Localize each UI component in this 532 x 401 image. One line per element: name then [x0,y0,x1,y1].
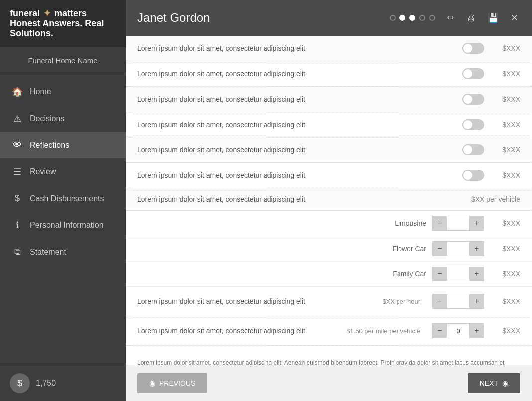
per-unit-stepper-0: − + [432,294,484,309]
close-button[interactable]: ✕ [509,10,520,25]
per-unit-row-0: Lorem ipsum dolor sit amet, consectetur … [126,287,532,316]
per-unit-decrement-1[interactable]: − [432,323,447,338]
vehicle-section: Limousine − + $XXX Flower Car − + $XXX F… [126,211,532,287]
toggle-3[interactable] [462,119,484,130]
decisions-icon: ⚠ [12,113,23,124]
header-actions: ✏ 🖨 💾 ✕ [445,10,520,25]
vehicle-stepper-0: − + [432,216,484,231]
vehicle-increment-1[interactable]: + [469,241,484,256]
vehicle-row-1: Flower Car − + $XXX [126,236,532,262]
vehicle-price-1: $XXX [490,245,520,253]
edit-button[interactable]: ✏ [445,10,457,25]
toggle-2[interactable] [462,94,484,105]
item-price-1: $XXX [490,70,520,78]
content-area: Lorem ipsum dolor sit amet, consectetur … [126,36,532,365]
footer-icon: $ [10,373,30,393]
item-price-3: $XXX [490,121,520,129]
sidebar-item-statement[interactable]: ⧉ Statement [0,239,126,265]
home-icon: 🏠 [12,86,23,97]
vehicle-price-0: $XXX [490,219,520,227]
vehicle-increment-2[interactable]: + [469,267,484,281]
sidebar-item-review[interactable]: ☰ Review [0,158,126,185]
statement-icon: ⧉ [12,247,23,257]
vehicle-label-1: Flower Car [382,245,426,253]
next-button[interactable]: NEXT ◉ [468,373,520,393]
vehicle-decrement-0[interactable]: − [432,216,447,231]
vehicle-quantity-1[interactable] [447,241,469,256]
item-label-4: Lorem ipsum dolor sit amet, consectetur … [137,146,456,154]
review-icon: ☰ [12,166,23,177]
item-label-5: Lorem ipsum dolor sit amet, consectetur … [137,171,456,179]
brand-name: funeral ✦ matters [10,9,116,19]
toggle-rows-section: Lorem ipsum dolor sit amet, consectetur … [126,36,532,211]
per-unit-decrement-0[interactable]: − [432,294,447,309]
vehicle-label-0: Limousine [382,219,426,227]
prev-icon: ◉ [149,379,155,387]
progress-dots [390,15,435,21]
sidebar-item-reflections[interactable]: 👁 Reflections [0,132,126,158]
vehicle-stepper-2: − + [432,267,484,281]
sidebar-footer: $ 1,750 [0,365,126,401]
progress-dot-4 [429,15,435,21]
item-row-3: Lorem ipsum dolor sit amet, consectetur … [126,112,532,137]
per-vehicle-rate-6: $XX per vehicle [471,195,520,203]
per-unit-increment-0[interactable]: + [469,294,484,309]
item-label-1: Lorem ipsum dolor sit amet, consectetur … [137,70,456,78]
next-icon: ◉ [502,379,508,387]
per-unit-stepper-1: − + [432,323,484,338]
item-label-6: Lorem ipsum dolor sit amet, consectetur … [137,195,465,203]
per-unit-rate-0: $XX per hour [382,298,420,305]
per-unit-increment-1[interactable]: + [469,323,484,338]
per-unit-quantity-0[interactable] [447,294,469,309]
vehicle-quantity-2[interactable] [447,267,469,281]
item-row-1: Lorem ipsum dolor sit amet, consectetur … [126,61,532,87]
per-unit-section: Lorem ipsum dolor sit amet, consectetur … [126,287,532,346]
funeral-home-name: Funeral Home Name [0,47,126,74]
sidebar: funeral ✦ matters Honest Answers. Real S… [0,0,126,401]
header: Janet Gordon ✏ 🖨 💾 ✕ [126,0,532,36]
item-price-2: $XXX [490,95,520,103]
per-unit-quantity-1[interactable] [447,323,469,338]
save-button[interactable]: 💾 [486,10,501,25]
item-price-5: $XXX [490,171,520,179]
item-label-2: Lorem ipsum dolor sit amet, consectetur … [137,95,456,103]
item-label-0: Lorem ipsum dolor sit amet, consectetur … [137,44,456,52]
toggle-5[interactable] [462,170,484,181]
sidebar-item-home[interactable]: 🏠 Home [0,78,126,105]
vehicle-stepper-1: − + [432,241,484,256]
next-label: NEXT [480,379,498,387]
per-unit-label-0: Lorem ipsum dolor sit amet, consectetur … [137,297,376,305]
vehicle-quantity-0[interactable] [447,216,469,231]
sidebar-item-personal[interactable]: ℹ Personal Information [0,212,126,239]
progress-dot-3 [419,15,425,21]
vehicle-label-2: Family Car [382,270,426,278]
previous-button[interactable]: ◉ PREVIOUS [137,373,207,393]
vehicle-row-2: Family Car − + $XXX [126,262,532,287]
reflections-icon: 👁 [12,140,23,150]
prev-label: PREVIOUS [159,379,195,387]
progress-dot-1 [399,15,405,21]
cash-label: Cash Disbursements [30,194,104,203]
per-unit-rate-1: $1.50 per mile per vehicle [346,327,420,335]
vehicle-decrement-1[interactable]: − [432,241,447,256]
toggle-1[interactable] [462,68,484,79]
page-title: Janet Gordon [137,11,380,25]
tagline: Honest Answers. Real Solutions. [10,18,104,38]
sidebar-item-cash[interactable]: $ Cash Disbursements [0,185,126,212]
print-button[interactable]: 🖨 [465,11,478,25]
logo-asterisk: ✦ [43,8,51,18]
item-price-4: $XXX [490,146,520,154]
toggle-0[interactable] [462,43,484,54]
footer-amount: 1,750 [36,379,56,388]
main-content: Janet Gordon ✏ 🖨 💾 ✕ Lorem ipsum dolor s… [126,0,532,401]
bottom-bar: ◉ PREVIOUS NEXT ◉ [126,365,532,401]
item-label-3: Lorem ipsum dolor sit amet, consectetur … [137,121,456,129]
toggle-4[interactable] [462,144,484,155]
per-unit-row-1: Lorem ipsum dolor sit amet, consectetur … [126,316,532,346]
per-unit-label-1: Lorem ipsum dolor sit amet, consectetur … [137,327,340,335]
progress-dot-0 [390,15,396,21]
vehicle-decrement-2[interactable]: − [432,267,447,281]
vehicle-increment-0[interactable]: + [469,216,484,231]
statement-label: Statement [30,248,66,257]
sidebar-item-decisions[interactable]: ⚠ Decisions [0,105,126,132]
